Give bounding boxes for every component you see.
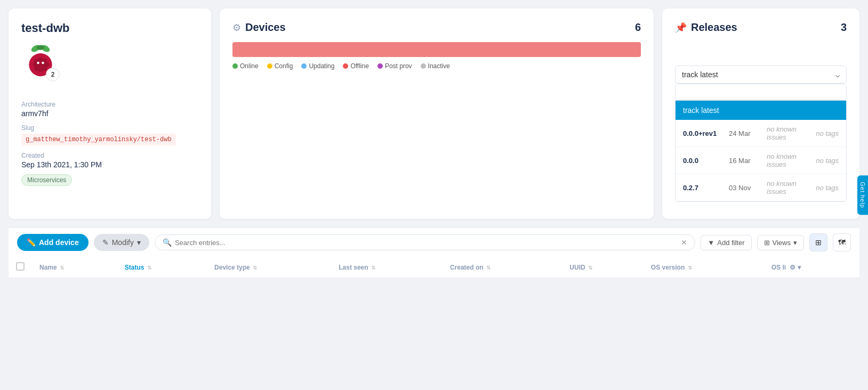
- th-os-li-label: OS li: [771, 264, 786, 271]
- app-title: test-dwb: [21, 21, 198, 35]
- views-icon: ⊞: [764, 239, 770, 247]
- filter-icon: ▼: [708, 239, 714, 247]
- releases-header-left: 📌 Releases: [675, 21, 737, 34]
- modify-button[interactable]: ✎ Modify ▾: [94, 234, 149, 251]
- legend-config: Config: [267, 62, 293, 70]
- updating-dot: [301, 63, 307, 69]
- grid-icon: ⊞: [815, 238, 822, 247]
- release-issues-0: no known issues: [767, 125, 807, 141]
- releases-dropdown-list: track latest 0.0.0+rev1 24 Mar no known …: [675, 100, 847, 202]
- releases-search-input[interactable]: [675, 84, 847, 100]
- search-input[interactable]: [175, 239, 678, 247]
- legend-postprov: Post prov: [377, 62, 412, 70]
- th-name[interactable]: Name ⇅: [32, 257, 117, 278]
- bottom-toolbar: ✏️ Add device ✎ Modify ▾ 🔍 ✕ ▼ Add filte…: [9, 228, 859, 257]
- releases-track-latest-option[interactable]: track latest: [676, 101, 846, 120]
- release-issues-2: no known issues: [767, 180, 807, 196]
- get-help-label: Get help: [859, 182, 866, 208]
- releases-header: 📌 Releases 3: [675, 21, 847, 34]
- search-wrapper: 🔍 ✕: [155, 234, 695, 250]
- modify-chevron-icon: ▾: [137, 238, 141, 247]
- svg-point-14: [37, 62, 39, 64]
- releases-dropdown-value: track latest: [682, 70, 718, 79]
- devices-header-left: ⚙ Devices: [232, 21, 286, 34]
- legend-online: Online: [232, 62, 259, 70]
- devices-title: Devices: [245, 21, 286, 34]
- table-wrapper: Name ⇅ Status ⇅ Device type ⇅ Last seen …: [9, 257, 859, 279]
- th-device-type[interactable]: Device type ⇅: [207, 257, 331, 278]
- devices-count: 6: [635, 21, 641, 34]
- release-date-0: 24 Mar: [729, 129, 758, 137]
- status-sort-icon: ⇅: [147, 265, 151, 271]
- updating-label: Updating: [309, 62, 334, 70]
- search-icon: 🔍: [163, 238, 172, 247]
- gear-icon[interactable]: ⚙: [790, 264, 795, 271]
- th-os-li[interactable]: OS li ⚙ ▾: [764, 257, 859, 278]
- add-device-label: Add device: [39, 238, 79, 247]
- get-help-tab[interactable]: Get help: [857, 175, 868, 215]
- releases-item-2[interactable]: 0.2.7 03 Nov no known issues no tags: [676, 174, 846, 201]
- chevron-down-icon: ⌵: [835, 70, 840, 79]
- th-last-seen[interactable]: Last seen ⇅: [331, 257, 443, 278]
- select-all-checkbox[interactable]: [16, 262, 25, 271]
- th-uuid-label: UUID: [569, 264, 585, 271]
- slug-label: Slug: [21, 124, 198, 132]
- postprov-label: Post prov: [385, 62, 412, 70]
- svg-point-2: [37, 45, 44, 50]
- views-label: Views: [773, 239, 791, 247]
- th-os-version[interactable]: OS version ⇅: [644, 257, 764, 278]
- map-icon: 🗺: [838, 238, 846, 247]
- th-checkbox: [9, 257, 32, 278]
- releases-icon: 📌: [675, 22, 687, 34]
- release-tags-1: no tags: [816, 157, 839, 165]
- app-card: test-dwb: [9, 9, 211, 219]
- created-value: Sep 13th 2021, 1:30 PM: [21, 160, 198, 169]
- uuid-sort-icon: ⇅: [588, 265, 592, 271]
- th-uuid[interactable]: UUID ⇅: [562, 257, 644, 278]
- views-button[interactable]: ⊞ Views ▾: [757, 235, 804, 250]
- th-status[interactable]: Status ⇅: [117, 257, 207, 278]
- created-label: Created: [21, 152, 198, 159]
- table-header-row: Name ⇅ Status ⇅ Device type ⇅ Last seen …: [9, 257, 859, 278]
- add-device-button[interactable]: ✏️ Add device: [17, 234, 89, 251]
- grid-view-button[interactable]: ⊞: [809, 233, 827, 251]
- architecture-label: Architecture: [21, 101, 198, 108]
- modify-label: Modify: [112, 238, 134, 247]
- releases-card: 📌 Releases 3 track latest ⌵ track latest…: [662, 9, 859, 219]
- svg-point-13: [42, 66, 47, 71]
- microservices-tag[interactable]: Microservices: [21, 174, 72, 186]
- th-created-on[interactable]: Created on ⇅: [443, 257, 562, 278]
- devices-table: Name ⇅ Status ⇅ Device type ⇅ Last seen …: [9, 257, 859, 279]
- release-date-1: 16 Mar: [729, 157, 758, 165]
- add-filter-button[interactable]: ▼ Add filter: [701, 235, 751, 250]
- releases-dropdown[interactable]: track latest ⌵: [675, 66, 847, 84]
- release-date-2: 03 Nov: [729, 184, 758, 192]
- inactive-dot: [421, 63, 426, 69]
- th-name-label: Name: [39, 264, 57, 271]
- modify-icon: ✎: [102, 238, 109, 247]
- releases-count: 3: [841, 21, 847, 34]
- devices-header: ⚙ Devices 6: [232, 21, 641, 34]
- device-type-sort-icon: ⇅: [253, 265, 257, 271]
- online-label: Online: [240, 62, 259, 70]
- map-view-button[interactable]: 🗺: [833, 233, 851, 251]
- inactive-label: Inactive: [428, 62, 450, 70]
- devices-icon: ⚙: [232, 22, 241, 34]
- offline-label: Offline: [350, 62, 368, 70]
- slug-value[interactable]: g_matthew_timothy_yarmolinsky/test-dwb: [21, 134, 176, 145]
- th-last-seen-label: Last seen: [339, 264, 368, 271]
- release-version-1: 0.0.0: [683, 157, 720, 165]
- releases-item-1[interactable]: 0.0.0 16 Mar no known issues no tags: [676, 147, 846, 174]
- releases-item-0[interactable]: 0.0.0+rev1 24 Mar no known issues no tag…: [676, 120, 846, 147]
- th-os-version-label: OS version: [651, 264, 685, 271]
- architecture-value: armv7hf: [21, 109, 198, 118]
- legend-inactive: Inactive: [421, 62, 450, 70]
- th-created-on-label: Created on: [450, 264, 484, 271]
- created-on-sort-icon: ⇅: [486, 265, 491, 271]
- release-tags-2: no tags: [816, 184, 839, 192]
- th-status-label: Status: [125, 264, 144, 271]
- devices-bar: [232, 42, 641, 57]
- os-li-chevron-icon: ▾: [798, 264, 801, 271]
- legend-updating: Updating: [301, 62, 334, 70]
- search-clear-button[interactable]: ✕: [681, 238, 687, 247]
